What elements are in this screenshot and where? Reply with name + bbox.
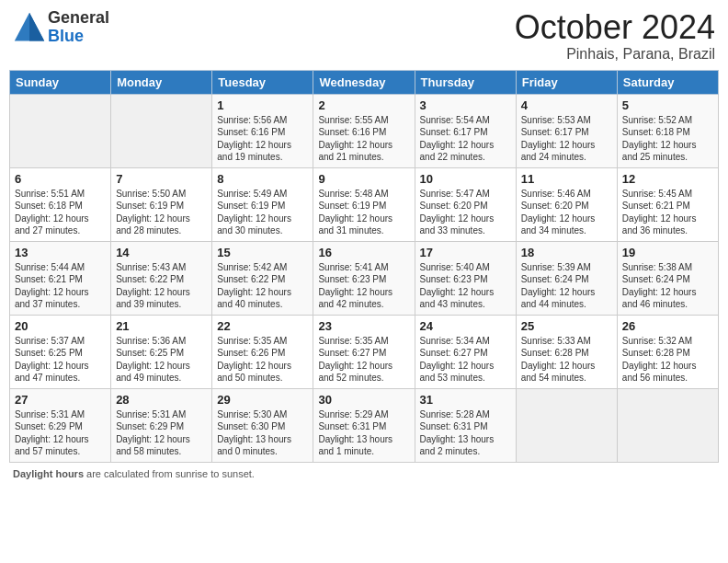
day-number: 19 bbox=[622, 246, 713, 259]
calendar-week-row: 27Sunrise: 5:31 AM Sunset: 6:29 PM Dayli… bbox=[10, 388, 719, 462]
calendar-day-header: Thursday bbox=[415, 70, 516, 94]
calendar-day-header: Tuesday bbox=[212, 70, 313, 94]
footer-label: Daylight hours bbox=[13, 468, 84, 479]
calendar-cell: 24Sunrise: 5:34 AM Sunset: 6:27 PM Dayli… bbox=[415, 315, 516, 388]
calendar-cell bbox=[10, 94, 111, 167]
day-number: 11 bbox=[521, 172, 612, 186]
day-info: Sunrise: 5:39 AM Sunset: 6:24 PM Dayligh… bbox=[521, 261, 612, 311]
location: Pinhais, Parana, Brazil bbox=[515, 46, 715, 63]
logo-general: General bbox=[48, 9, 109, 28]
day-number: 31 bbox=[420, 393, 511, 407]
day-number: 4 bbox=[521, 98, 612, 112]
calendar-cell: 7Sunrise: 5:50 AM Sunset: 6:19 PM Daylig… bbox=[111, 167, 212, 241]
day-info: Sunrise: 5:42 AM Sunset: 6:22 PM Dayligh… bbox=[217, 261, 308, 311]
day-number: 16 bbox=[318, 246, 409, 259]
day-info: Sunrise: 5:49 AM Sunset: 6:19 PM Dayligh… bbox=[217, 188, 308, 237]
logo: General Blue bbox=[13, 9, 109, 46]
calendar-cell: 6Sunrise: 5:51 AM Sunset: 6:18 PM Daylig… bbox=[10, 167, 111, 241]
day-info: Sunrise: 5:31 AM Sunset: 6:29 PM Dayligh… bbox=[116, 408, 207, 458]
calendar-week-row: 6Sunrise: 5:51 AM Sunset: 6:18 PM Daylig… bbox=[10, 167, 719, 241]
calendar-day-header: Saturday bbox=[617, 70, 718, 94]
day-info: Sunrise: 5:50 AM Sunset: 6:19 PM Dayligh… bbox=[116, 188, 207, 237]
day-info: Sunrise: 5:41 AM Sunset: 6:23 PM Dayligh… bbox=[318, 261, 409, 311]
calendar-cell: 31Sunrise: 5:28 AM Sunset: 6:31 PM Dayli… bbox=[415, 388, 516, 462]
page-header: General Blue October 2024 Pinhais, Paran… bbox=[9, 9, 719, 63]
calendar-cell: 23Sunrise: 5:35 AM Sunset: 6:27 PM Dayli… bbox=[313, 315, 415, 388]
day-number: 9 bbox=[318, 172, 409, 186]
day-info: Sunrise: 5:40 AM Sunset: 6:23 PM Dayligh… bbox=[420, 261, 511, 311]
svg-marker-1 bbox=[29, 13, 44, 41]
calendar-cell: 1Sunrise: 5:56 AM Sunset: 6:16 PM Daylig… bbox=[212, 94, 313, 167]
day-number: 1 bbox=[217, 98, 308, 112]
calendar-day-header: Monday bbox=[111, 70, 212, 94]
logo-text: General Blue bbox=[48, 9, 109, 46]
calendar-week-row: 1Sunrise: 5:56 AM Sunset: 6:16 PM Daylig… bbox=[10, 94, 719, 167]
calendar-day-header: Sunday bbox=[10, 70, 111, 94]
day-info: Sunrise: 5:31 AM Sunset: 6:29 PM Dayligh… bbox=[15, 408, 106, 458]
footer-text: are calculated from sunrise to sunset. bbox=[84, 468, 255, 479]
day-number: 25 bbox=[521, 319, 612, 333]
calendar-cell: 30Sunrise: 5:29 AM Sunset: 6:31 PM Dayli… bbox=[313, 388, 415, 462]
calendar-cell: 8Sunrise: 5:49 AM Sunset: 6:19 PM Daylig… bbox=[212, 167, 313, 241]
day-info: Sunrise: 5:55 AM Sunset: 6:16 PM Dayligh… bbox=[318, 114, 409, 164]
day-number: 21 bbox=[116, 319, 207, 333]
calendar-cell: 15Sunrise: 5:42 AM Sunset: 6:22 PM Dayli… bbox=[212, 241, 313, 315]
logo-blue: Blue bbox=[48, 28, 109, 46]
day-info: Sunrise: 5:51 AM Sunset: 6:18 PM Dayligh… bbox=[15, 188, 106, 237]
calendar-cell: 2Sunrise: 5:55 AM Sunset: 6:16 PM Daylig… bbox=[313, 94, 415, 167]
calendar-cell: 21Sunrise: 5:36 AM Sunset: 6:25 PM Dayli… bbox=[111, 315, 212, 388]
day-info: Sunrise: 5:37 AM Sunset: 6:25 PM Dayligh… bbox=[15, 335, 106, 385]
day-number: 13 bbox=[15, 246, 106, 259]
calendar-cell: 9Sunrise: 5:48 AM Sunset: 6:19 PM Daylig… bbox=[313, 167, 415, 241]
footer: Daylight hours are calculated from sunri… bbox=[9, 468, 719, 479]
day-number: 6 bbox=[15, 172, 106, 186]
day-info: Sunrise: 5:30 AM Sunset: 6:30 PM Dayligh… bbox=[217, 408, 308, 458]
day-number: 8 bbox=[217, 172, 308, 186]
calendar-cell bbox=[111, 94, 212, 167]
calendar-day-header: Wednesday bbox=[313, 70, 415, 94]
calendar-cell: 29Sunrise: 5:30 AM Sunset: 6:30 PM Dayli… bbox=[212, 388, 313, 462]
calendar-cell: 16Sunrise: 5:41 AM Sunset: 6:23 PM Dayli… bbox=[313, 241, 415, 315]
day-info: Sunrise: 5:47 AM Sunset: 6:20 PM Dayligh… bbox=[420, 188, 511, 237]
day-info: Sunrise: 5:54 AM Sunset: 6:17 PM Dayligh… bbox=[420, 114, 511, 164]
day-info: Sunrise: 5:46 AM Sunset: 6:20 PM Dayligh… bbox=[521, 188, 612, 237]
calendar-cell: 20Sunrise: 5:37 AM Sunset: 6:25 PM Dayli… bbox=[10, 315, 111, 388]
day-info: Sunrise: 5:35 AM Sunset: 6:26 PM Dayligh… bbox=[217, 335, 308, 385]
calendar-cell: 18Sunrise: 5:39 AM Sunset: 6:24 PM Dayli… bbox=[516, 241, 617, 315]
day-info: Sunrise: 5:53 AM Sunset: 6:17 PM Dayligh… bbox=[521, 114, 612, 164]
day-info: Sunrise: 5:43 AM Sunset: 6:22 PM Dayligh… bbox=[116, 261, 207, 311]
calendar-header-row: SundayMondayTuesdayWednesdayThursdayFrid… bbox=[10, 70, 719, 94]
day-info: Sunrise: 5:52 AM Sunset: 6:18 PM Dayligh… bbox=[622, 114, 713, 164]
day-info: Sunrise: 5:28 AM Sunset: 6:31 PM Dayligh… bbox=[420, 408, 511, 458]
day-info: Sunrise: 5:33 AM Sunset: 6:28 PM Dayligh… bbox=[521, 335, 612, 385]
calendar-cell: 10Sunrise: 5:47 AM Sunset: 6:20 PM Dayli… bbox=[415, 167, 516, 241]
day-number: 2 bbox=[318, 98, 409, 112]
day-info: Sunrise: 5:45 AM Sunset: 6:21 PM Dayligh… bbox=[622, 188, 713, 237]
day-number: 20 bbox=[15, 319, 106, 333]
day-number: 5 bbox=[622, 98, 713, 112]
calendar-cell bbox=[516, 388, 617, 462]
calendar-cell: 13Sunrise: 5:44 AM Sunset: 6:21 PM Dayli… bbox=[10, 241, 111, 315]
month-title: October 2024 bbox=[515, 9, 715, 46]
day-info: Sunrise: 5:29 AM Sunset: 6:31 PM Dayligh… bbox=[318, 408, 409, 458]
day-info: Sunrise: 5:48 AM Sunset: 6:19 PM Dayligh… bbox=[318, 188, 409, 237]
calendar-cell: 26Sunrise: 5:32 AM Sunset: 6:28 PM Dayli… bbox=[617, 315, 718, 388]
calendar-cell: 22Sunrise: 5:35 AM Sunset: 6:26 PM Dayli… bbox=[212, 315, 313, 388]
day-info: Sunrise: 5:56 AM Sunset: 6:16 PM Dayligh… bbox=[217, 114, 308, 164]
day-info: Sunrise: 5:34 AM Sunset: 6:27 PM Dayligh… bbox=[420, 335, 511, 385]
day-number: 3 bbox=[420, 98, 511, 112]
calendar-cell: 27Sunrise: 5:31 AM Sunset: 6:29 PM Dayli… bbox=[10, 388, 111, 462]
day-number: 28 bbox=[116, 393, 207, 407]
day-info: Sunrise: 5:38 AM Sunset: 6:24 PM Dayligh… bbox=[622, 261, 713, 311]
logo-icon bbox=[13, 11, 46, 44]
title-block: October 2024 Pinhais, Parana, Brazil bbox=[515, 9, 715, 63]
calendar-cell: 4Sunrise: 5:53 AM Sunset: 6:17 PM Daylig… bbox=[516, 94, 617, 167]
calendar-cell: 25Sunrise: 5:33 AM Sunset: 6:28 PM Dayli… bbox=[516, 315, 617, 388]
calendar-cell: 14Sunrise: 5:43 AM Sunset: 6:22 PM Dayli… bbox=[111, 241, 212, 315]
day-number: 10 bbox=[420, 172, 511, 186]
calendar-week-row: 13Sunrise: 5:44 AM Sunset: 6:21 PM Dayli… bbox=[10, 241, 719, 315]
day-number: 29 bbox=[217, 393, 308, 407]
day-number: 15 bbox=[217, 246, 308, 259]
day-number: 14 bbox=[116, 246, 207, 259]
day-info: Sunrise: 5:35 AM Sunset: 6:27 PM Dayligh… bbox=[318, 335, 409, 385]
